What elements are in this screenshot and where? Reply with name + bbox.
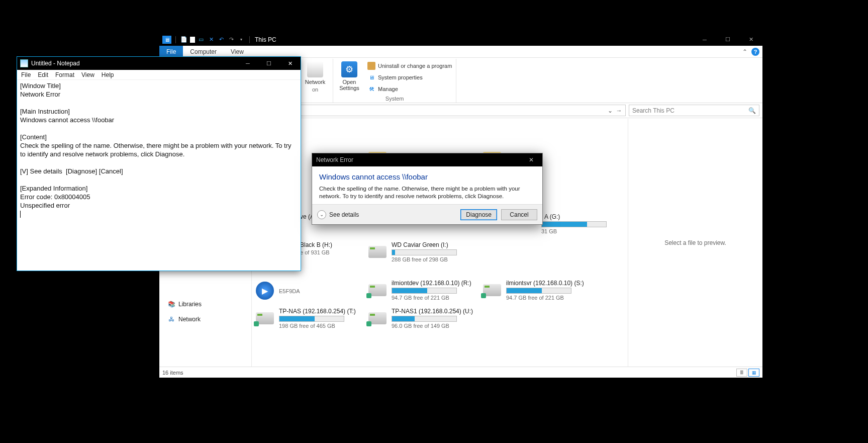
capacity-bar bbox=[279, 316, 344, 322]
chevron-down-icon: ⌄ bbox=[317, 210, 326, 219]
network-error-dialog: Network Error ✕ Windows cannot access \\… bbox=[312, 153, 543, 225]
package-icon bbox=[367, 62, 375, 70]
drive-h[interactable]: Black B (H:) e of 931 GB bbox=[300, 241, 332, 255]
view-details-button[interactable]: ≣ bbox=[736, 369, 747, 377]
label: Manage bbox=[378, 86, 398, 92]
rename-icon[interactable]: ▭ bbox=[197, 36, 205, 44]
ribbon-tab-view[interactable]: View bbox=[224, 46, 251, 57]
notepad-menu: File Edit Format View Help bbox=[17, 70, 301, 80]
notepad-titlebar[interactable]: Untitled - Notepad ─ ☐ ✕ bbox=[17, 57, 301, 70]
network-drive-icon bbox=[483, 284, 501, 296]
redo-icon[interactable]: ↷ bbox=[227, 36, 235, 44]
netloc-t[interactable]: TP-NAS (192.168.0.254) (T:) 198 GB free … bbox=[256, 308, 356, 329]
wmp-icon: ▶ bbox=[256, 282, 274, 300]
drive-g[interactable]: : A (G:) 31 GB bbox=[541, 213, 607, 234]
refresh-icon[interactable]: → bbox=[614, 107, 623, 114]
notepad-maximize-button[interactable]: ☐ bbox=[258, 57, 279, 70]
address-dropdown-icon[interactable]: ⌄ bbox=[605, 107, 614, 114]
dialog-close-button[interactable]: ✕ bbox=[520, 153, 542, 166]
capacity-bar bbox=[392, 316, 457, 322]
dialog-title: Network Error bbox=[316, 156, 353, 163]
capacity-bar bbox=[392, 249, 457, 255]
device-wmp[interactable]: ▶ E5F9DA bbox=[256, 282, 300, 300]
label: Network bbox=[305, 79, 325, 85]
label: Libraries bbox=[178, 301, 202, 308]
explorer-title: This PC bbox=[255, 36, 276, 43]
uninstall-program-button[interactable]: Uninstall or change a program bbox=[366, 61, 453, 71]
explorer-maximize-button[interactable]: ☐ bbox=[716, 33, 739, 46]
text-content: [Window Title] Network Error [Main Instr… bbox=[20, 82, 293, 209]
monitor-check-icon: 🖥 bbox=[367, 73, 375, 81]
text-caret bbox=[20, 211, 21, 218]
ribbon-tab-computer[interactable]: Computer bbox=[183, 46, 224, 57]
dialog-content: Check the spelling of the name. Otherwis… bbox=[319, 185, 535, 200]
system-properties-button[interactable]: 🖥 System properties bbox=[366, 72, 453, 82]
drive-i[interactable]: WD Caviar Green (I:) 288 GB free of 298 … bbox=[368, 241, 457, 262]
id-line: E5F9DA bbox=[279, 288, 300, 294]
network-drive-icon bbox=[368, 312, 387, 324]
nav-libraries[interactable]: 📚 Libraries bbox=[159, 299, 251, 310]
explorer-titlebar[interactable]: 🖥 📄 ▭ ✕ ↶ ↷ ▾ This PC ─ ☐ ✕ bbox=[159, 33, 762, 46]
undo-icon[interactable]: ↶ bbox=[217, 36, 225, 44]
menu-format[interactable]: Format bbox=[55, 71, 74, 78]
netloc-s[interactable]: ilmiontsvr (192.168.0.10) (S:) 94.7 GB f… bbox=[483, 280, 584, 301]
preview-text: Select a file to preview. bbox=[664, 239, 726, 246]
new-folder-icon[interactable] bbox=[190, 37, 195, 43]
quick-access-toolbar: 🖥 📄 ▭ ✕ ↶ ↷ ▾ bbox=[159, 36, 252, 44]
free-text: 96.0 GB free of 149 GB bbox=[392, 323, 473, 329]
menu-view[interactable]: View bbox=[81, 71, 94, 78]
network-icon: 🖧 bbox=[167, 315, 175, 323]
manage-button[interactable]: 🛠 Manage bbox=[366, 84, 453, 94]
notepad-close-button[interactable]: ✕ bbox=[279, 57, 301, 70]
network-drive-icon bbox=[368, 284, 387, 296]
explorer-close-button[interactable]: ✕ bbox=[739, 33, 762, 46]
search-input[interactable]: Search This PC 🔍 bbox=[629, 105, 759, 116]
notepad-textarea[interactable]: [Window Title] Network Error [Main Instr… bbox=[17, 80, 301, 271]
placeholder: Search This PC bbox=[632, 107, 674, 114]
monitor-icon[interactable]: 🖥 bbox=[162, 36, 171, 44]
explorer-minimize-button[interactable]: ─ bbox=[693, 33, 716, 46]
ribbon-tab-file[interactable]: File bbox=[159, 46, 183, 57]
free-text: 31 GB bbox=[541, 228, 607, 234]
capacity-bar bbox=[506, 288, 571, 294]
free-text: 288 GB free of 298 GB bbox=[392, 256, 457, 262]
dialog-titlebar[interactable]: Network Error ✕ bbox=[312, 153, 542, 166]
menu-edit[interactable]: Edit bbox=[38, 71, 48, 78]
capacity-bar bbox=[392, 288, 457, 294]
free-text: 94.7 GB free of 221 GB bbox=[392, 295, 471, 301]
label: Network bbox=[178, 316, 201, 323]
diagnose-button[interactable]: Diagnose bbox=[460, 209, 497, 220]
netloc-r[interactable]: ilmiontdev (192.168.0.10) (R:) 94.7 GB f… bbox=[368, 280, 471, 301]
label: Black B (H:) bbox=[300, 241, 332, 248]
sub: on bbox=[312, 86, 318, 93]
help-icon[interactable]: ? bbox=[751, 48, 759, 56]
label: TP-NAS1 (192.168.0.254) (U:) bbox=[392, 308, 473, 315]
qat-dropdown-icon[interactable]: ▾ bbox=[237, 36, 245, 44]
free-text: 198 GB free of 465 GB bbox=[279, 323, 356, 329]
see-details-toggle[interactable]: ⌄ See details bbox=[317, 210, 359, 219]
ribbon-collapse-button[interactable]: ⌃ bbox=[738, 46, 751, 57]
delete-icon[interactable]: ✕ bbox=[207, 36, 215, 44]
nav-network[interactable]: 🖧 Network bbox=[159, 314, 251, 325]
label: ilmiontsvr (192.168.0.10) (S:) bbox=[506, 280, 584, 287]
network-location-icon bbox=[307, 61, 323, 77]
menu-file[interactable]: File bbox=[21, 71, 31, 78]
properties-icon[interactable]: 📄 bbox=[180, 36, 188, 44]
network-drive-icon bbox=[256, 312, 274, 324]
label: ilmiontdev (192.168.0.10) (R:) bbox=[392, 280, 471, 287]
cancel-button[interactable]: Cancel bbox=[501, 209, 537, 220]
label: Uninstall or change a program bbox=[378, 63, 452, 69]
netloc-u[interactable]: TP-NAS1 (192.168.0.254) (U:) 96.0 GB fre… bbox=[368, 308, 473, 329]
free-text: 94.7 GB free of 221 GB bbox=[506, 295, 584, 301]
view-tiles-button[interactable]: ▦ bbox=[748, 369, 759, 377]
label: System properties bbox=[378, 74, 423, 80]
status-bar: 16 items ≣ ▦ bbox=[159, 367, 762, 378]
open-settings-button[interactable]: ⚙ Open Settings bbox=[336, 60, 362, 91]
label: See details bbox=[329, 211, 359, 218]
add-network-location-button[interactable]: Network on bbox=[302, 60, 328, 93]
notepad-icon bbox=[20, 59, 28, 67]
manage-icon: 🛠 bbox=[367, 85, 375, 93]
notepad-minimize-button[interactable]: ─ bbox=[237, 57, 258, 70]
drive-icon bbox=[368, 246, 387, 258]
menu-help[interactable]: Help bbox=[102, 71, 114, 78]
